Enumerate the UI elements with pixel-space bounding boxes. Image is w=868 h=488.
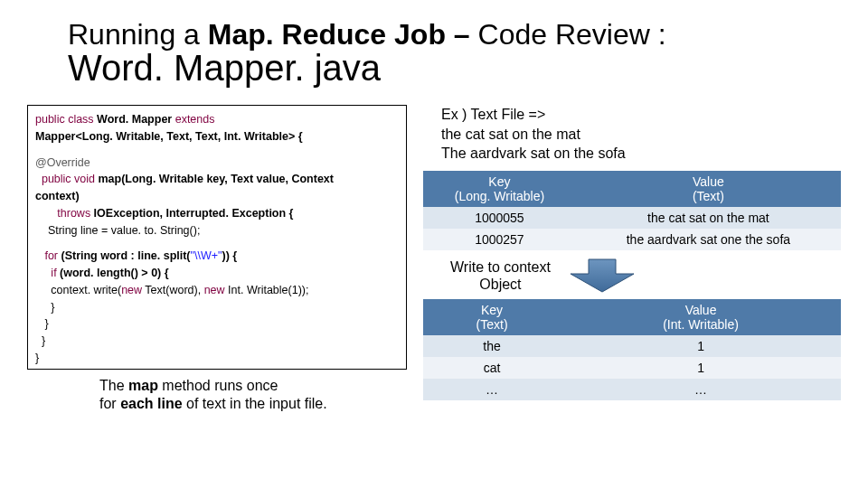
table1-header-value: Value(Text) xyxy=(576,171,841,207)
table2-header-key: Key(Text) xyxy=(423,299,561,335)
example-text: Ex ) Text File => the cat sat on the mat… xyxy=(441,105,841,164)
table-row: …… xyxy=(423,379,841,400)
table-input: Key(Long. Writable) Value(Text) 1000055t… xyxy=(423,171,841,250)
title-line-1: Running a Map. Reduce Job – Code Review … xyxy=(68,18,841,52)
code-box: public class Word. Mapper extends Mapper… xyxy=(27,105,407,370)
table-output: Key(Text) Value(Int. Writable) the1 cat1… xyxy=(423,299,841,400)
title-suffix: Code Review : xyxy=(478,18,666,51)
table-row: the1 xyxy=(423,335,841,357)
arrow-down-icon xyxy=(561,258,643,294)
title-bold: Map. Reduce Job – xyxy=(208,18,478,51)
title-prefix: Running a xyxy=(68,18,208,51)
title-line-2: Word. Mapper. java xyxy=(68,48,841,89)
slide-title: Running a Map. Reduce Job – Code Review … xyxy=(68,18,841,89)
table-row: cat1 xyxy=(423,357,841,379)
table2-header-value: Value(Int. Writable) xyxy=(561,299,841,335)
table-row: 1000055the cat sat on the mat xyxy=(423,207,841,229)
table-row: 1000257the aardvark sat one the sofa xyxy=(423,229,841,250)
footnote: The map method runs once for each line o… xyxy=(99,377,407,415)
table1-header-key: Key(Long. Writable) xyxy=(423,171,576,207)
write-to-context: Write to context Object xyxy=(450,258,841,294)
